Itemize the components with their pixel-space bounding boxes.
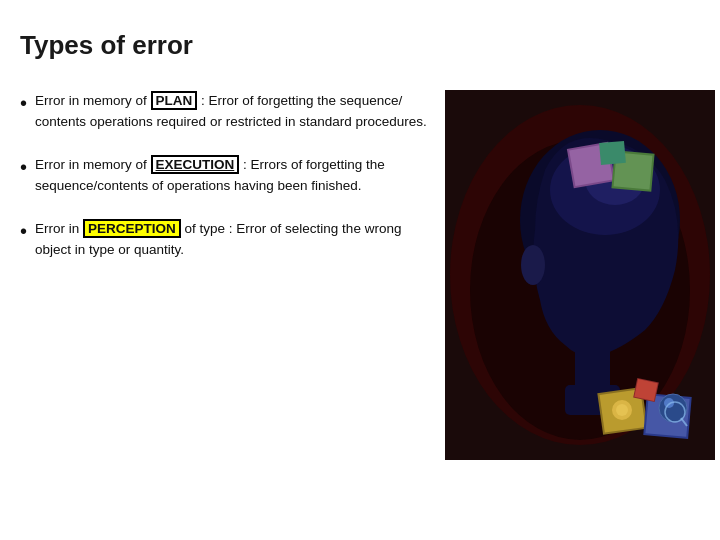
highlight-perception: PERCEPTION bbox=[83, 219, 181, 238]
list-item: • Error in memory of EXECUTION : Errors … bbox=[20, 155, 430, 197]
highlight-plan: PLAN bbox=[151, 91, 198, 110]
slide-container: Types of error • Error in memory of PLAN… bbox=[0, 0, 720, 540]
list-item: • Error in memory of PLAN : Error of for… bbox=[20, 91, 430, 133]
bullet-dot: • bbox=[20, 155, 27, 177]
bullet-text-2: Error in memory of EXECUTION : Errors of… bbox=[35, 155, 430, 197]
list-item: • Error in PERCEPTION of type : Error of… bbox=[20, 219, 430, 261]
content-area: Types of error • Error in memory of PLAN… bbox=[20, 30, 440, 520]
svg-point-17 bbox=[616, 404, 628, 416]
bullet-text-1: Error in memory of PLAN : Error of forge… bbox=[35, 91, 430, 133]
bullet-dot: • bbox=[20, 91, 27, 113]
highlight-execution: EXECUTION bbox=[151, 155, 240, 174]
bullet-list: • Error in memory of PLAN : Error of for… bbox=[20, 91, 430, 261]
bullet-dot: • bbox=[20, 219, 27, 241]
brain-illustration bbox=[445, 90, 715, 460]
image-area bbox=[440, 30, 715, 520]
bullet-text-3: Error in PERCEPTION of type : Error of s… bbox=[35, 219, 430, 261]
page-title: Types of error bbox=[20, 30, 430, 61]
svg-rect-13 bbox=[599, 141, 626, 165]
brain-svg bbox=[445, 90, 715, 460]
svg-point-6 bbox=[521, 245, 545, 285]
